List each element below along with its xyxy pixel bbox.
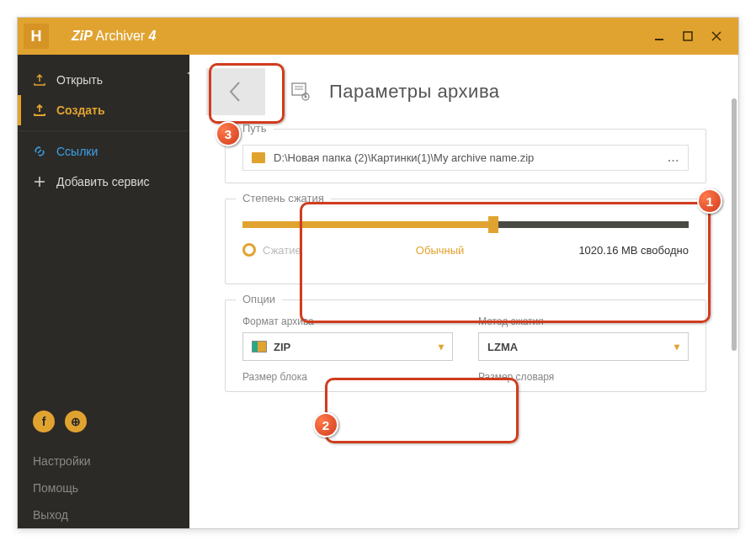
free-space-label: 1020.16 MB свободно: [578, 244, 689, 257]
options-fieldset: Опции Формат архива ZIP ▾ Размер блока М…: [225, 300, 706, 392]
compression-legend: Степень сжатия: [236, 192, 331, 204]
sidebar-label: Открыть: [56, 73, 103, 87]
maximize-button[interactable]: [676, 24, 700, 48]
scrollbar[interactable]: [732, 98, 737, 351]
sidebar-item-open[interactable]: Открыть: [18, 65, 189, 95]
main-panel: Параметры архива Путь D:\Новая папка (2)…: [189, 55, 738, 528]
logo-icon: H: [24, 24, 49, 49]
sidebar-item-create[interactable]: Создать: [18, 95, 189, 125]
sidebar-item-links[interactable]: Ссылки: [18, 136, 189, 167]
path-legend: Путь: [236, 122, 274, 135]
close-button[interactable]: [705, 24, 728, 48]
slider-thumb[interactable]: [488, 216, 498, 233]
minimize-button[interactable]: [647, 24, 671, 48]
svg-point-10: [305, 96, 307, 98]
chevron-down-icon: ▾: [439, 341, 444, 353]
method-label: Метод сжатия: [478, 315, 689, 327]
web-icon[interactable]: ⊕: [65, 411, 87, 432]
compression-slider[interactable]: [242, 221, 689, 228]
compression-label: Сжатие: [242, 243, 301, 257]
upload-icon: [33, 103, 46, 117]
page-header: Параметры архива: [206, 68, 721, 115]
sidebar-item-add-service[interactable]: Добавить сервис: [18, 167, 189, 197]
app-window: H ZiP Archiver 4 ◀: [17, 17, 739, 529]
folder-icon: [252, 152, 265, 163]
window-controls: [647, 24, 728, 48]
page-title: Параметры архива: [329, 81, 500, 103]
block-label: Размер блока: [242, 371, 453, 383]
plus-icon: [33, 175, 46, 188]
titlebar: H ZiP Archiver 4: [18, 18, 738, 55]
app-title: ZiP Archiver 4: [72, 29, 157, 44]
dict-label: Размер словаря: [478, 371, 689, 383]
sidebar-label: Создать: [56, 103, 105, 117]
sidebar-label: Добавить сервис: [56, 175, 150, 188]
settings-page-icon: [289, 80, 312, 103]
path-fieldset: Путь D:\Новая папка (2)\Картинки(1)\My a…: [225, 129, 706, 183]
svg-rect-1: [684, 32, 692, 40]
logo-box: H: [18, 18, 55, 55]
sidebar-item-exit[interactable]: Выход: [18, 501, 189, 528]
chevron-down-icon: ▾: [674, 341, 679, 353]
zip-icon: [252, 341, 267, 353]
facebook-icon[interactable]: f: [33, 411, 55, 432]
browse-button[interactable]: ...: [668, 151, 679, 164]
upload-icon: [33, 73, 46, 87]
format-select[interactable]: ZIP ▾: [242, 332, 453, 361]
path-value: D:\Новая папка (2)\Картинки(1)\My archiv…: [274, 151, 659, 164]
format-label: Формат архива: [242, 315, 453, 327]
back-button[interactable]: [206, 68, 265, 115]
sidebar-item-help[interactable]: Помощь: [18, 474, 189, 501]
social-links: f ⊕: [18, 402, 189, 448]
path-input[interactable]: D:\Новая папка (2)\Картинки(1)\My archiv…: [242, 145, 689, 171]
method-select[interactable]: LZMA ▾: [478, 332, 689, 361]
sidebar-item-settings[interactable]: Настройки: [18, 448, 189, 474]
radio-icon: [242, 243, 256, 257]
sidebar-label: Ссылки: [56, 145, 98, 158]
compression-mode: Обычный: [416, 244, 464, 257]
options-legend: Опции: [236, 293, 282, 305]
compression-fieldset: Степень сжатия Сжатие Обычный 1020.16 MB…: [225, 199, 706, 284]
sidebar: ◀ Открыть Создать: [18, 55, 189, 528]
link-icon: [33, 145, 46, 158]
